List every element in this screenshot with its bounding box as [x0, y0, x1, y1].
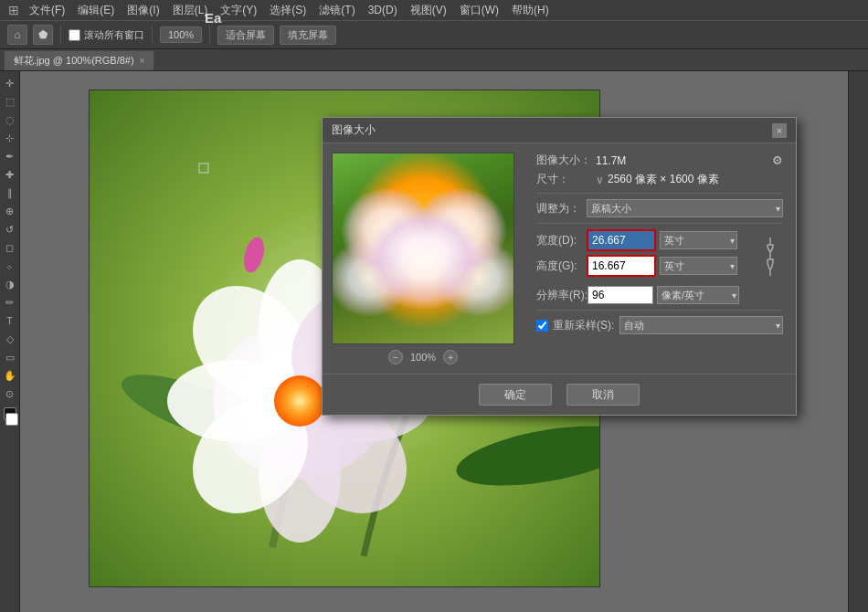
- fill-tool[interactable]: ⬦: [2, 258, 18, 274]
- preview-controls: − 100% +: [332, 350, 514, 364]
- resample-select-wrapper: 自动 保留细节 两次线性: [619, 316, 783, 334]
- link-icon-container: [761, 236, 779, 276]
- fill-screen-button[interactable]: 填充屏幕: [280, 26, 336, 45]
- toolbar: ⌂ ⬟ 滚动所有窗口 100% 适合屏幕 填充屏幕 Ea: [0, 20, 868, 49]
- crop-tool[interactable]: ⊹: [2, 130, 18, 146]
- preview-flower-graphic: [333, 153, 514, 344]
- menu-help[interactable]: 帮助(H): [506, 1, 555, 20]
- stamp-tool[interactable]: ⊕: [2, 203, 18, 219]
- resolution-row: 分辨率(R): 像素/英寸 像素/厘米: [536, 286, 783, 304]
- document-tab[interactable]: 鲜花.jpg @ 100%(RGB/8#) ×: [4, 50, 154, 70]
- height-unit-select[interactable]: 英寸 像素 厘米: [660, 257, 737, 275]
- dialog-body: − 100% + 图像大小： 11.7M ⚙ 尺寸：: [323, 143, 796, 374]
- menu-filter[interactable]: 滤镜(T): [313, 1, 360, 20]
- eraser-tool[interactable]: ◻: [2, 239, 18, 256]
- dodge-tool[interactable]: ◑: [2, 276, 18, 292]
- image-size-dialog: 图像大小 × − 100% +: [322, 117, 797, 416]
- dimensions-arrow[interactable]: ∨: [596, 174, 604, 186]
- resolution-unit-select[interactable]: 像素/英寸 像素/厘米: [657, 286, 739, 304]
- dimensions-value: 2560 像素 × 1600 像素: [608, 172, 719, 187]
- preview-zoom-value: 100%: [410, 352, 436, 363]
- canvas-area: 图像大小 × − 100% +: [20, 71, 848, 612]
- home-icon[interactable]: ⌂: [7, 25, 27, 45]
- resample-checkbox[interactable]: [536, 320, 548, 332]
- dialog-buttons: 确定 取消: [323, 374, 796, 415]
- zoom-button[interactable]: 100%: [160, 26, 202, 43]
- preview-image: [332, 153, 514, 344]
- adjust-select[interactable]: 原稿大小 自定义: [587, 199, 783, 217]
- brush-icon[interactable]: ⬟: [33, 25, 53, 45]
- path-tool[interactable]: ◇: [2, 331, 18, 347]
- width-unit-wrapper: 英寸 像素 厘米: [660, 231, 737, 249]
- resolution-unit-wrapper: 像素/英寸 像素/厘米: [657, 286, 739, 304]
- brush-tool[interactable]: ∥: [2, 185, 18, 201]
- adjust-label: 调整为：: [536, 201, 587, 216]
- dimensions-row: 尺寸： ∨ 2560 像素 × 1600 像素: [536, 172, 783, 187]
- width-row: 宽度(D): 英寸 像素 厘米: [536, 229, 757, 251]
- resample-select[interactable]: 自动 保留细节 两次线性: [619, 316, 783, 334]
- history-tool[interactable]: ↺: [2, 221, 18, 237]
- divider-1: [536, 193, 783, 194]
- image-size-row: 图像大小： 11.7M ⚙: [536, 153, 783, 168]
- menu-select[interactable]: 选择(S): [264, 1, 312, 20]
- width-height-fields: 宽度(D): 英寸 像素 厘米: [536, 229, 757, 282]
- divider-2: [536, 223, 783, 224]
- select-tool[interactable]: ⬚: [2, 93, 18, 110]
- settings-panel: 图像大小： 11.7M ⚙ 尺寸： ∨ 2560 像素 × 1600 像素 调整…: [524, 143, 796, 374]
- width-unit-select[interactable]: 英寸 像素 厘米: [660, 231, 737, 249]
- left-toolbar: ✛ ⬚ ◌ ⊹ ✒ ✚ ∥ ⊕ ↺ ◻ ⬦ ◑ ✏ T ◇ ▭ ✋ ⊙: [0, 71, 20, 612]
- fit-screen-button[interactable]: 适合屏幕: [217, 26, 274, 45]
- scroll-all-checkbox[interactable]: [69, 29, 80, 41]
- dimensions-label: 尺寸：: [536, 172, 596, 187]
- eyedropper-tool[interactable]: ✒: [2, 148, 18, 164]
- scroll-all-label: 滚动所有窗口: [69, 28, 144, 42]
- zoom-in-button[interactable]: +: [443, 350, 458, 364]
- image-size-label: 图像大小：: [536, 153, 596, 168]
- link-chain-icon: [764, 236, 777, 276]
- resample-label: 重新采样(S):: [553, 318, 614, 333]
- menu-window[interactable]: 窗口(W): [454, 1, 504, 20]
- menu-image[interactable]: 图像(I): [122, 1, 164, 20]
- tab-close-icon[interactable]: ×: [140, 56, 145, 66]
- move-tool[interactable]: ✛: [2, 75, 18, 91]
- resample-row: 重新采样(S): 自动 保留细节 两次线性: [536, 316, 783, 334]
- heal-tool[interactable]: ✚: [2, 166, 18, 183]
- toolbar-divider-2: [152, 26, 153, 44]
- menu-3d[interactable]: 3D(D): [363, 2, 403, 18]
- menu-file[interactable]: 文件(F): [24, 1, 70, 20]
- menu-edit[interactable]: 编辑(E): [72, 1, 120, 20]
- ok-button[interactable]: 确定: [479, 384, 552, 406]
- height-label: 高度(G):: [536, 259, 587, 274]
- right-panel: [848, 71, 868, 612]
- resolution-input[interactable]: [587, 286, 653, 304]
- gear-icon[interactable]: ⚙: [772, 153, 783, 167]
- zoom-out-button[interactable]: −: [388, 350, 403, 364]
- menu-bar: ⊞ 文件(F) 编辑(E) 图像(I) 图层(L) 文字(Y) 选择(S) 滤镜…: [0, 0, 868, 20]
- menu-text[interactable]: 文字(Y): [215, 1, 262, 20]
- menu-view[interactable]: 视图(V): [405, 1, 452, 20]
- cancel-button[interactable]: 取消: [566, 384, 640, 406]
- toolbar-divider-3: [209, 26, 210, 44]
- divider-3: [536, 310, 783, 311]
- width-height-container: 宽度(D): 英寸 像素 厘米: [536, 229, 783, 282]
- ea-label: Ea: [205, 10, 221, 26]
- svg-point-13: [274, 375, 325, 427]
- dialog-title: 图像大小: [332, 122, 376, 138]
- text-tool[interactable]: T: [2, 312, 18, 329]
- width-input[interactable]: [588, 231, 654, 249]
- zoom-tool[interactable]: ⊙: [2, 385, 18, 402]
- height-unit-wrapper: 英寸 像素 厘米: [660, 257, 737, 275]
- bg-color[interactable]: [5, 413, 18, 426]
- shape-tool[interactable]: ▭: [2, 349, 18, 365]
- tab-label: 鲜花.jpg @ 100%(RGB/8#): [14, 54, 134, 68]
- hand-tool[interactable]: ✋: [2, 367, 18, 384]
- main-area: ✛ ⬚ ◌ ⊹ ✒ ✚ ∥ ⊕ ↺ ◻ ⬦ ◑ ✏ T ◇ ▭ ✋ ⊙: [0, 71, 868, 612]
- dialog-close-button[interactable]: ×: [772, 123, 787, 138]
- pen-tool[interactable]: ✏: [2, 294, 18, 311]
- app-icon: ⊞: [5, 2, 22, 18]
- tab-bar: 鲜花.jpg @ 100%(RGB/8#) ×: [0, 49, 868, 71]
- height-highlight-box: [587, 255, 656, 277]
- height-input[interactable]: [588, 257, 654, 275]
- dialog-title-bar: 图像大小 ×: [323, 118, 796, 143]
- lasso-tool[interactable]: ◌: [2, 111, 18, 128]
